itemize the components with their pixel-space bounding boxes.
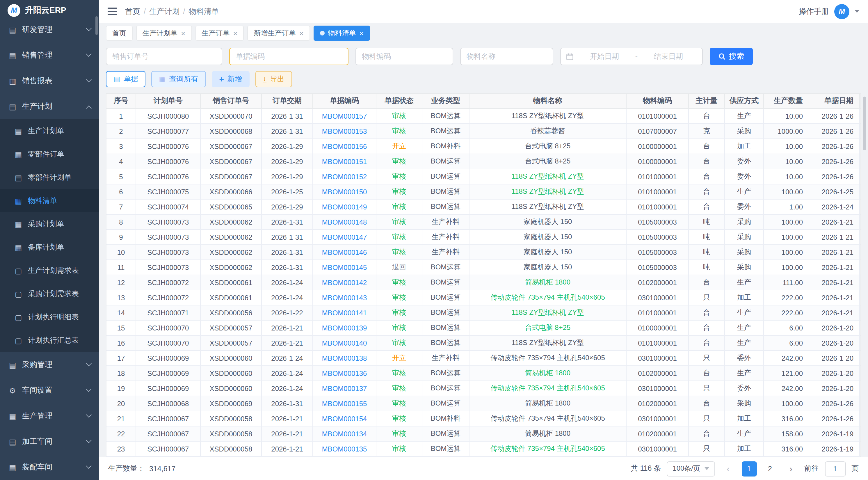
close-icon[interactable]	[181, 29, 185, 37]
doc-code-link[interactable]: MBOM000140	[322, 339, 367, 347]
sidebar-item[interactable]: 加工车间	[0, 429, 99, 454]
avatar[interactable]	[834, 4, 849, 19]
sidebar-item[interactable]: 生产计划	[0, 94, 99, 119]
table-row[interactable]: 21 SCJH000067 XSDD000058 2026-1-21 MBOM0…	[106, 411, 861, 426]
doc-code-link[interactable]: MBOM000154	[322, 415, 367, 423]
sidebar-item[interactable]: 零部件订单	[0, 143, 99, 166]
breadcrumb-item[interactable]: 首页	[125, 6, 140, 17]
close-icon[interactable]	[233, 29, 237, 37]
doc-code-link[interactable]: MBOM000148	[322, 218, 367, 226]
next-page-button[interactable]	[783, 461, 799, 476]
sidebar-item[interactable]: 生产管理	[0, 403, 99, 429]
doc-code-link[interactable]: MBOM000156	[322, 142, 367, 150]
doc-code-link[interactable]: MBOM000134	[322, 430, 367, 438]
doc-code-link[interactable]: MBOM000147	[322, 233, 367, 241]
table-row[interactable]: 3 SCJH000076 XSDD000067 2026-1-29 MBOM00…	[106, 139, 861, 154]
tab[interactable]: 生产订单	[195, 26, 244, 41]
table-row[interactable]: 7 SCJH000074 XSDD000065 2026-1-29 MBOM00…	[106, 200, 861, 215]
doc-code-link[interactable]: MBOM000146	[322, 248, 367, 256]
table-row[interactable]: 6 SCJH000075 XSDD000066 2026-1-25 MBOM00…	[106, 184, 861, 200]
sidebar-item[interactable]: 装配车间	[0, 454, 99, 480]
date-range-picker[interactable]: 开始日期 - 结束日期	[560, 48, 703, 65]
doc-code-link[interactable]: MBOM000139	[322, 324, 367, 332]
sidebar-item[interactable]: 零部件计划单	[0, 166, 99, 189]
table-row[interactable]: 22 SCJH000067 XSDD000058 2026-1-21 MBOM0…	[106, 426, 861, 442]
close-icon[interactable]	[360, 29, 364, 37]
table-row[interactable]: 8 SCJH000073 XSDD000062 2026-1-31 MBOM00…	[106, 215, 861, 230]
doc-code-link[interactable]: MBOM000142	[322, 278, 367, 287]
table-row[interactable]: 9 SCJH000073 XSDD000062 2026-1-31 MBOM00…	[106, 230, 861, 245]
sidebar-item[interactable]: 物料清单	[0, 189, 99, 212]
doc-code-link[interactable]: MBOM000153	[322, 127, 367, 135]
doc-code-input[interactable]	[229, 48, 348, 65]
table-row[interactable]: 23 SCJH000067 XSDD000058 2026-1-21 MBOM0…	[106, 442, 861, 457]
table-row[interactable]: 18 SCJH000069 XSDD000060 2026-1-24 MBOM0…	[106, 366, 861, 381]
sidebar-item[interactable]: 计划执行明细表	[0, 305, 99, 329]
breadcrumb-item[interactable]: 物料清单	[183, 6, 219, 17]
table-row[interactable]: 12 SCJH000072 XSDD000061 2026-1-24 MBOM0…	[106, 275, 861, 290]
doc-code-link[interactable]: MBOM000155	[322, 399, 367, 408]
table-row[interactable]: 19 SCJH000069 XSDD000060 2026-1-24 MBOM0…	[106, 381, 861, 396]
table-row[interactable]: 5 SCJH000076 XSDD000067 2026-1-29 MBOM00…	[106, 169, 861, 184]
vertical-scrollbar-thumb[interactable]	[863, 97, 866, 150]
menu-toggle-icon[interactable]	[107, 7, 117, 15]
add-button[interactable]: 新增	[212, 71, 249, 87]
sidebar-item[interactable]: 采购管理	[0, 352, 99, 378]
table-row[interactable]: 2 SCJH000077 XSDD000068 2026-1-31 MBOM00…	[106, 124, 861, 139]
sidebar-item[interactable]: 生产计划需求表	[0, 259, 99, 282]
tab[interactable]: 生产计划单	[136, 26, 192, 41]
table-row[interactable]: 16 SCJH000070 XSDD000057 2026-1-21 MBOM0…	[106, 336, 861, 351]
sidebar-item[interactable]: 研发管理	[0, 17, 99, 42]
table-row[interactable]: 20 SCJH000068 XSDD000069 2026-1-31 MBOM0…	[106, 396, 861, 411]
doc-code-link[interactable]: MBOM000145	[322, 263, 367, 271]
page-size-select[interactable]: 100条/页	[667, 461, 715, 476]
sidebar-item[interactable]: 生产计划单	[0, 119, 99, 143]
table-row[interactable]: 4 SCJH000076 XSDD000067 2026-1-29 MBOM00…	[106, 154, 861, 169]
table-row[interactable]: 13 SCJH000072 XSDD000061 2026-1-24 MBOM0…	[106, 290, 861, 305]
query-all-button[interactable]: 查询所有	[152, 71, 206, 87]
sidebar-item[interactable]: 采购计划单	[0, 212, 99, 236]
table-row[interactable]: 10 SCJH000073 XSDD000062 2026-1-31 MBOM0…	[106, 245, 861, 260]
sidebar-item[interactable]: 销售报表	[0, 68, 99, 94]
doc-code-link[interactable]: MBOM000138	[322, 354, 367, 362]
doc-code-link[interactable]: MBOM000157	[322, 112, 367, 120]
table-row[interactable]: 17 SCJH000069 XSDD000060 2026-1-24 MBOM0…	[106, 351, 861, 366]
table-row[interactable]: 11 SCJH000073 XSDD000062 2026-1-31 MBOM0…	[106, 260, 861, 275]
sidebar-item[interactable]: 销售管理	[0, 42, 99, 68]
manual-link[interactable]: 操作手册	[799, 6, 829, 17]
material-code-input[interactable]	[355, 48, 453, 65]
table-row[interactable]: 1 SCJH000080 XSDD000070 2026-1-31 MBOM00…	[106, 109, 861, 124]
tab[interactable]: 新增生产订单	[247, 26, 310, 41]
vertical-scrollbar[interactable]	[863, 95, 866, 456]
chevron-down-icon[interactable]	[855, 10, 859, 13]
material-name-input[interactable]	[460, 48, 553, 65]
tab[interactable]: 首页	[106, 26, 133, 41]
doc-code-link[interactable]: MBOM000135	[322, 445, 367, 453]
doc-code-link[interactable]: MBOM000151	[322, 157, 367, 166]
doc-code-link[interactable]: MBOM000143	[322, 294, 367, 302]
page-1-button[interactable]: 1	[741, 461, 756, 476]
doc-code-link[interactable]: MBOM000152	[322, 173, 367, 181]
prev-page-button[interactable]	[720, 461, 736, 476]
doc-code-link[interactable]: MBOM000141	[322, 309, 367, 317]
export-button[interactable]: 导出	[255, 71, 292, 87]
doc-code-link[interactable]: MBOM000136	[322, 369, 367, 377]
page-jump-input[interactable]	[825, 461, 846, 476]
sale-order-input[interactable]	[106, 48, 222, 65]
table-row[interactable]: 14 SCJH000071 XSDD000056 2026-1-22 MBOM0…	[106, 305, 861, 321]
document-button[interactable]: 单据	[106, 71, 146, 87]
sidebar-item[interactable]: 车间设置	[0, 378, 99, 403]
sidebar-item[interactable]: 备库计划单	[0, 236, 99, 259]
page-2-button[interactable]: 2	[763, 461, 778, 476]
breadcrumb-item[interactable]: 生产计划	[144, 6, 180, 17]
doc-code-link[interactable]: MBOM000137	[322, 384, 367, 392]
search-button[interactable]: 搜索	[710, 48, 753, 65]
doc-code-link[interactable]: MBOM000149	[322, 203, 367, 211]
sidebar-item[interactable]: 计划执行汇总表	[0, 329, 99, 352]
sidebar-item[interactable]: 采购计划需求表	[0, 282, 99, 305]
sidebar-scrollbar-thumb[interactable]	[95, 16, 98, 35]
table-row[interactable]: 15 SCJH000070 XSDD000057 2026-1-21 MBOM0…	[106, 321, 861, 336]
doc-code-link[interactable]: MBOM000150	[322, 188, 367, 196]
tab[interactable]: 物料清单	[314, 26, 370, 41]
close-icon[interactable]	[299, 29, 303, 37]
